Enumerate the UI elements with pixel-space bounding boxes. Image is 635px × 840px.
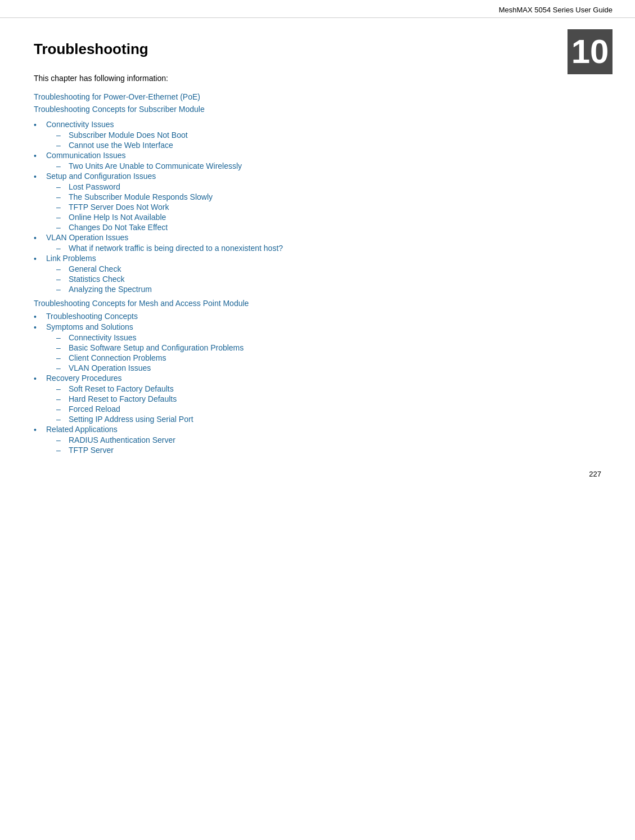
toc-sub-item-changes-effect[interactable]: Changes Do Not Take Effect — [69, 223, 168, 232]
dash-icon: – — [56, 333, 63, 342]
toc-item-recovery[interactable]: Recovery Procedures — [46, 374, 122, 383]
toc-sub-item-spectrum[interactable]: Analyzing the Spectrum — [69, 285, 152, 294]
dash-icon: – — [56, 264, 63, 273]
sub-list-link: – General Check – Statistics Check – Ana… — [56, 264, 601, 294]
chapter-number: 10 — [571, 35, 609, 69]
toc-sub-item-web-interface[interactable]: Cannot use the Web Interface — [69, 141, 173, 150]
dash-icon: – — [56, 353, 63, 362]
toc-section-2: • Troubleshooting Concepts • Symptoms an… — [34, 312, 601, 455]
toc-item-related-apps[interactable]: Related Applications — [46, 425, 118, 434]
dash-icon: – — [56, 161, 63, 170]
toc-item-link-problems[interactable]: Link Problems — [46, 254, 96, 263]
intro-text: This chapter has following information: — [34, 74, 601, 83]
dash-icon: – — [56, 131, 63, 140]
dash-icon: – — [56, 285, 63, 294]
toc-item-symptoms[interactable]: Symptoms and Solutions — [46, 322, 133, 331]
toc-sub-item-lost-password[interactable]: Lost Password — [69, 182, 120, 191]
sub-list-communication: – Two Units Are Unable to Communicate Wi… — [56, 161, 601, 170]
dash-icon: – — [56, 446, 63, 455]
page-number: 227 — [589, 470, 601, 478]
sub-list-recovery: – Soft Reset to Factory Defaults – Hard … — [56, 384, 601, 424]
toc-sub-item-forced-reload[interactable]: Forced Reload — [69, 405, 120, 414]
toc-sub-item-general-check[interactable]: General Check — [69, 264, 121, 273]
toc-sub-item-basic-software[interactable]: Basic Software Setup and Configuration P… — [69, 343, 244, 352]
sub-list-connectivity: – Subscriber Module Does Not Boot – Cann… — [56, 131, 601, 150]
toc-sub-item-client-connection[interactable]: Client Connection Problems — [69, 353, 166, 362]
page-footer: 227 — [589, 470, 601, 478]
bullet-icon: • — [34, 254, 42, 263]
dash-icon: – — [56, 192, 63, 201]
header-title: MeshMAX 5054 Series User Guide — [499, 6, 613, 14]
dash-icon: – — [56, 213, 63, 222]
dash-icon: – — [56, 141, 63, 150]
toc-sub-item-not-boot[interactable]: Subscriber Module Does Not Boot — [69, 131, 188, 140]
top-link-1[interactable]: Troubleshooting for Power-Over-Ethernet … — [34, 92, 601, 102]
bullet-icon: • — [34, 151, 42, 160]
dash-icon: – — [56, 384, 63, 393]
bullet-icon: • — [34, 120, 42, 129]
toc-sub-item-responds-slowly[interactable]: The Subscriber Module Responds Slowly — [69, 192, 213, 201]
chapter-number-block: 10 — [568, 29, 613, 74]
toc-sub-item-tftp-server-2[interactable]: TFTP Server — [69, 446, 114, 455]
dash-icon: – — [56, 203, 63, 212]
dash-icon: – — [56, 223, 63, 232]
toc-item-ts-concepts[interactable]: Troubleshooting Concepts — [46, 312, 138, 321]
dash-icon: – — [56, 244, 63, 253]
sub-list-setup: – Lost Password – The Subscriber Module … — [56, 182, 601, 232]
dash-icon: – — [56, 343, 63, 352]
sub-list-vlan: – What if network traffic is being direc… — [56, 244, 601, 253]
dash-icon: – — [56, 394, 63, 403]
dash-icon: – — [56, 405, 63, 414]
toc-section-1: • Connectivity Issues – Subscriber Modul… — [34, 120, 601, 294]
toc-item-vlan-issues[interactable]: VLAN Operation Issues — [46, 233, 128, 242]
toc-sub-item-online-help[interactable]: Online Help Is Not Available — [69, 213, 166, 222]
dash-icon: – — [56, 363, 63, 372]
sub-list-related: – RADIUS Authentication Server – TFTP Se… — [56, 435, 601, 455]
dash-icon: – — [56, 275, 63, 284]
dash-icon: – — [56, 435, 63, 444]
section-divider-2: Troubleshooting Concepts for Mesh and Ac… — [34, 298, 601, 308]
bullet-icon: • — [34, 172, 42, 181]
toc-sub-item-connectivity[interactable]: Connectivity Issues — [69, 333, 137, 342]
bullet-icon: • — [34, 312, 42, 321]
bullet-icon: • — [34, 323, 42, 332]
toc-sub-item-tftp-server[interactable]: TFTP Server Does Not Work — [69, 203, 169, 212]
bullet-icon: • — [34, 374, 42, 383]
toc-item-connectivity-issues[interactable]: Connectivity Issues — [46, 120, 114, 129]
chapter-title: Troubleshooting — [34, 41, 601, 58]
top-link-mesh[interactable]: Troubleshooting Concepts for Mesh and Ac… — [34, 299, 249, 308]
toc-sub-item-serial-port[interactable]: Setting IP Address using Serial Port — [69, 415, 193, 424]
toc-item-setup-issues[interactable]: Setup and Configuration Issues — [46, 172, 156, 181]
sub-list-symptoms: – Connectivity Issues – Basic Software S… — [56, 333, 601, 372]
toc-item-communication-issues[interactable]: Communication Issues — [46, 151, 126, 160]
toc-sub-item-two-units[interactable]: Two Units Are Unable to Communicate Wire… — [69, 161, 242, 170]
toc-sub-item-hard-reset[interactable]: Hard Reset to Factory Defaults — [69, 394, 177, 403]
toc-sub-item-statistics-check[interactable]: Statistics Check — [69, 275, 125, 284]
page-header: MeshMAX 5054 Series User Guide — [0, 0, 635, 18]
dash-icon: – — [56, 415, 63, 424]
dash-icon: – — [56, 182, 63, 191]
bullet-icon: • — [34, 425, 42, 434]
toc-sub-item-radius[interactable]: RADIUS Authentication Server — [69, 435, 175, 444]
top-link-2[interactable]: Troubleshooting Concepts for Subscriber … — [34, 104, 601, 114]
toc-sub-item-nonexistent-host[interactable]: What if network traffic is being directe… — [69, 244, 283, 253]
toc-sub-item-vlan-op[interactable]: VLAN Operation Issues — [69, 363, 151, 372]
bullet-icon: • — [34, 233, 42, 242]
toc-sub-item-soft-reset[interactable]: Soft Reset to Factory Defaults — [69, 384, 174, 393]
